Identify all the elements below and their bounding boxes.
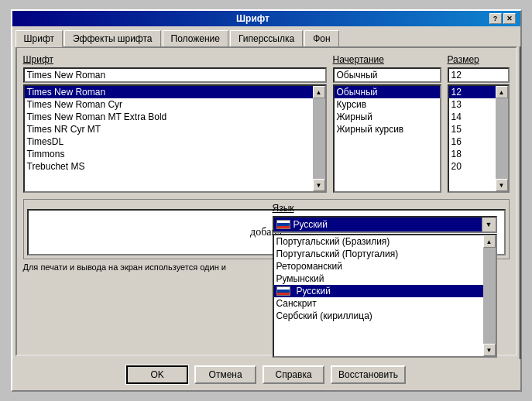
font-list[interactable]: Times New RomanTimes New Roman CyrTimes …: [23, 84, 327, 193]
lang-item[interactable]: Ретороманский: [274, 260, 496, 272]
title-bar: Шрифт ? ✕: [12, 11, 520, 26]
list-item[interactable]: TimesDL: [25, 135, 325, 148]
font-scroll-down[interactable]: ▼: [313, 179, 325, 191]
ok-button[interactable]: OK: [126, 365, 188, 384]
tab-position[interactable]: Положение: [163, 30, 228, 47]
tab-effects[interactable]: Эффекты шрифта: [64, 30, 161, 47]
restore-button[interactable]: Восстановить: [331, 365, 406, 384]
title-bar-buttons: ? ✕: [489, 13, 516, 24]
size-scroll-up[interactable]: ▲: [496, 86, 508, 98]
list-item[interactable]: Жирный курсив: [335, 123, 440, 135]
list-item[interactable]: Timmons: [25, 148, 325, 160]
lang-item[interactable]: Санскрит: [274, 297, 496, 310]
language-selected-value: Русский: [293, 219, 328, 230]
lang-item[interactable]: Сербский (кириллица): [274, 310, 496, 322]
list-item[interactable]: Обычный: [335, 86, 440, 98]
lang-item[interactable]: Португальский (Бразилия): [274, 235, 496, 248]
style-input[interactable]: [333, 67, 441, 83]
size-scroll-track[interactable]: [496, 98, 508, 179]
tab-background[interactable]: Фон: [304, 30, 338, 47]
tab-font[interactable]: Шрифт: [15, 30, 63, 47]
language-list[interactable]: Португальский (Бразилия)Португальский (П…: [273, 234, 497, 358]
size-input[interactable]: [448, 67, 510, 83]
language-dropdown[interactable]: Русский ▼: [273, 216, 497, 233]
window-title: Шрифт: [17, 13, 489, 24]
language-flag: [276, 220, 290, 229]
size-list[interactable]: 12131415161820 ▲ ▼: [448, 84, 510, 193]
list-item[interactable]: Курсив: [335, 98, 440, 111]
list-item[interactable]: Times NR Cyr MT: [25, 123, 325, 135]
lang-flag-icon: [276, 286, 290, 296]
size-scroll-down[interactable]: ▼: [496, 179, 508, 191]
lang-item[interactable]: Португальский (Португалия): [274, 248, 496, 260]
cancel-button[interactable]: Отмена: [194, 365, 256, 384]
buttons-row: OK Отмена Справка Восстановить: [12, 359, 520, 390]
font-scroll-up[interactable]: ▲: [313, 86, 325, 98]
lang-scroll-down[interactable]: ▼: [483, 344, 496, 356]
language-list-inner: Португальский (Бразилия)Португальский (П…: [274, 235, 496, 356]
tabs-bar: Шрифт Эффекты шрифта Положение Гиперссыл…: [12, 26, 520, 46]
style-list-inner: ОбычныйКурсивЖирныйЖирный курсив: [335, 86, 440, 191]
list-item[interactable]: Times New Roman Cyr: [25, 98, 325, 111]
tab-hyperlink[interactable]: Гиперссылка: [230, 30, 303, 47]
language-dropdown-arrow[interactable]: ▼: [482, 218, 496, 231]
lang-scroll-track[interactable]: [483, 248, 496, 344]
lang-item[interactable]: Русский: [274, 285, 496, 297]
style-column: Начертание ОбычныйКурсивЖирныйЖирный кур…: [333, 54, 441, 193]
restore-window-button[interactable]: ?: [489, 13, 502, 24]
language-scrollbar[interactable]: ▲ ▼: [483, 235, 496, 356]
main-window: Шрифт ? ✕ Шрифт Эффекты шрифта Положение…: [11, 9, 522, 392]
help-button[interactable]: Справка: [263, 365, 324, 384]
size-column-label: Размер: [448, 54, 510, 65]
lang-scroll-up[interactable]: ▲: [483, 235, 496, 248]
style-list[interactable]: ОбычныйКурсивЖирныйЖирный курсив: [333, 84, 441, 193]
language-label: Язык: [273, 203, 497, 214]
font-scrollbar[interactable]: ▲ ▼: [313, 86, 325, 191]
font-input[interactable]: [23, 67, 327, 83]
tab-content: Шрифт Times New RomanTimes New Roman Cyr…: [15, 46, 517, 356]
language-section: Язык Русский ▼ Португальский (Бразилия)П…: [273, 203, 497, 358]
list-item[interactable]: Times New Roman MT Extra Bold: [25, 111, 325, 123]
font-column: Шрифт Times New RomanTimes New Roman Cyr…: [23, 54, 327, 193]
font-scroll-track[interactable]: [313, 98, 325, 179]
size-column: Размер 12131415161820 ▲ ▼: [448, 54, 510, 193]
list-item[interactable]: Times New Roman: [25, 86, 325, 98]
list-item[interactable]: Trebuchet MS: [25, 160, 325, 173]
lang-item[interactable]: Румынский: [274, 272, 496, 285]
list-item[interactable]: Жирный: [335, 111, 440, 123]
style-column-label: Начертание: [333, 54, 441, 65]
size-scrollbar[interactable]: ▲ ▼: [496, 86, 508, 191]
close-window-button[interactable]: ✕: [503, 13, 516, 24]
font-list-inner: Times New RomanTimes New Roman CyrTimes …: [25, 86, 325, 191]
font-column-label: Шрифт: [23, 54, 327, 65]
main-columns: Шрифт Times New RomanTimes New Roman Cyr…: [23, 54, 510, 193]
